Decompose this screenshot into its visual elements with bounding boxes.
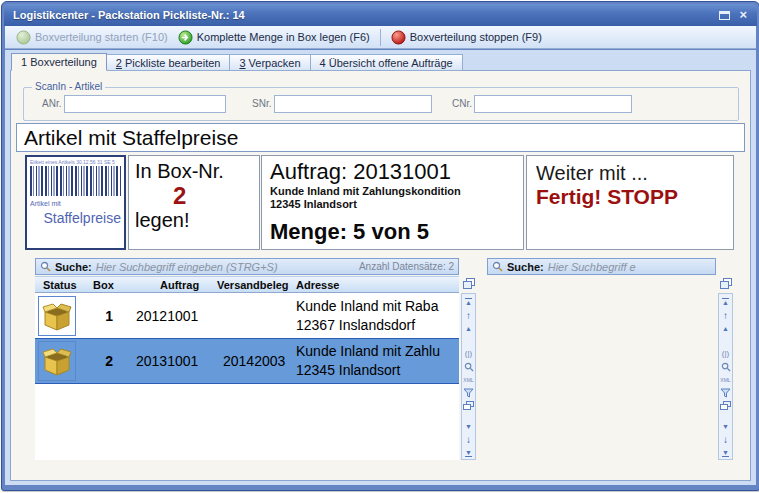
close-window-icon[interactable]: × — [739, 10, 747, 20]
adresse-line1: Kunde Inland mit Raba — [296, 297, 459, 316]
search-icon — [40, 261, 51, 272]
scroll-to-bottom-icon[interactable]: ▼ — [462, 446, 475, 459]
adresse-cell: Kunde Inland mit Zahlu 12345 Inlandsort — [296, 342, 459, 380]
restore-window-icon[interactable] — [719, 11, 730, 20]
layout-windows-icon[interactable] — [719, 399, 732, 412]
column-width-icon[interactable]: (|) — [719, 347, 732, 360]
start-boxverteilung-label: Boxverteilung starten (F10) — [35, 31, 168, 43]
box-list-search-input[interactable]: Suche: Hier Suchbegriff eingeben (STRG+S… — [35, 258, 459, 275]
green-arrow-icon — [178, 30, 193, 45]
step-up-icon[interactable]: ▲ — [462, 322, 475, 335]
xml-export-icon[interactable]: XML — [719, 373, 732, 386]
open-box-icon — [41, 345, 73, 377]
client-area: 1 Boxverteilung 2 Pickliste bearbeiten 3… — [5, 50, 756, 485]
copy-grid-button[interactable] — [718, 276, 733, 290]
filter-icon[interactable] — [462, 386, 475, 399]
box-instruction-line2: legen! — [135, 209, 253, 232]
stop-boxverteilung-label: Boxverteilung stoppen (F9) — [410, 31, 542, 43]
table-row[interactable]: 1 20121001 Kunde Inland mit Raba 12367 I… — [35, 293, 459, 338]
anr-input[interactable] — [64, 95, 226, 113]
tab-verpacken[interactable]: 3 Verpacken — [230, 54, 310, 71]
search-icon[interactable] — [719, 360, 732, 373]
page-up-icon[interactable]: ↑ — [462, 309, 475, 322]
page-down-icon[interactable]: ↓ — [462, 433, 475, 446]
window-controls: × — [719, 10, 757, 20]
tab-page-boxverteilung: ScanIn - Artikel ANr. SNr. CNr. Artikel … — [10, 70, 751, 481]
detail-list-side-toolbar: ▲ ↑ ▲ (|) XML — [718, 293, 733, 460]
label-article-line2: Staffelpreise — [30, 210, 121, 226]
next-step-panel: Weiter mit ... Fertig! STOPP — [526, 155, 734, 250]
box-list: 1 20121001 Kunde Inland mit Raba 12367 I… — [35, 293, 459, 460]
page-down-icon[interactable]: ↓ — [719, 433, 732, 446]
tab-boxverteilung[interactable]: 1 Boxverteilung — [11, 53, 107, 71]
scroll-to-bottom-icon[interactable]: ▼ — [719, 446, 732, 459]
box-list-side-toolbar: ▲ ↑ ▲ (|) XML — [461, 293, 476, 460]
column-width-icon[interactable]: (|) — [462, 347, 475, 360]
column-header-status[interactable]: Status — [35, 279, 79, 291]
adresse-cell: Kunde Inland mit Raba 12367 Inslandsdorf — [296, 297, 459, 335]
search-icon[interactable] — [462, 360, 475, 373]
status-cell — [35, 296, 79, 336]
copy-grid-button[interactable] — [461, 276, 476, 290]
scroll-to-top-icon[interactable]: ▲ — [462, 296, 475, 309]
label-header-text: Etikett eines Artikels 30.12.56 31 SE 5 — [30, 159, 121, 165]
komplette-menge-button[interactable]: Komplette Menge in Box legen (F6) — [173, 29, 375, 46]
next-step-line1: Weiter mit ... — [536, 162, 724, 185]
box-status-icon-frame — [38, 296, 76, 336]
tab-pickliste-bearbeiten[interactable]: 2 Pickliste bearbeiten — [107, 54, 231, 71]
step-down-icon[interactable]: ▼ — [719, 420, 732, 433]
box-number-cell: 2 — [79, 353, 130, 369]
tab-label: Übersicht offene Aufträge — [329, 57, 453, 69]
order-customer: Kunde Inland mit Zahlungskondition — [270, 185, 515, 198]
step-down-icon[interactable]: ▼ — [462, 420, 475, 433]
auftrag-cell: 20131001 — [130, 353, 217, 369]
anr-label: ANr. — [42, 98, 61, 109]
detail-list-search-input[interactable]: Suche: Hier Suchbegriff e — [487, 258, 716, 275]
order-city: 12345 Inlandsort — [270, 198, 515, 211]
label-article-line1: Artikel mit — [30, 200, 121, 207]
tab-number: 3 — [239, 57, 245, 69]
red-stop-icon — [391, 30, 406, 45]
auftrag-cell: 20121001 — [130, 308, 217, 324]
title-bar[interactable]: Logistikcenter - Packstation Pickliste-N… — [4, 4, 757, 26]
tab-number: 1 — [21, 56, 27, 68]
scroll-to-top-icon[interactable]: ▲ — [719, 296, 732, 309]
order-panel: Auftrag: 20131001 Kunde Inland mit Zahlu… — [261, 155, 524, 250]
article-title: Artikel mit Staffelpreise — [16, 123, 745, 152]
filter-icon[interactable] — [719, 386, 732, 399]
page-up-icon[interactable]: ↑ — [719, 309, 732, 322]
layout-windows-icon[interactable] — [462, 399, 475, 412]
versandbeleg-cell: 20142003 — [217, 353, 296, 369]
box-instruction-line1: In Box-Nr. — [135, 160, 253, 183]
box-number: 2 — [173, 183, 253, 209]
adresse-line1: Kunde Inland mit Zahlu — [296, 342, 459, 361]
order-number: Auftrag: 20131001 — [270, 159, 515, 185]
column-header-auftrag[interactable]: Auftrag — [130, 279, 217, 291]
start-circle-disabled-icon — [16, 30, 31, 45]
cnr-input[interactable] — [474, 95, 632, 113]
column-header-adresse[interactable]: Adresse — [296, 279, 459, 291]
app-window: Logistikcenter - Packstation Pickliste-N… — [1, 1, 759, 491]
step-up-icon[interactable]: ▲ — [719, 322, 732, 335]
tab-uebersicht-offene-auftraege[interactable]: 4 Übersicht offene Aufträge — [311, 54, 463, 71]
adresse-line2: 12345 Inlandsort — [296, 361, 459, 380]
scanin-group-title: ScanIn - Artikel — [32, 81, 105, 92]
tab-number: 2 — [116, 57, 122, 69]
cnr-label: CNr. — [452, 98, 472, 109]
snr-input[interactable] — [274, 95, 432, 113]
xml-export-icon[interactable]: XML — [462, 373, 475, 386]
start-boxverteilung-button[interactable]: Boxverteilung starten (F10) — [11, 29, 173, 46]
search-placeholder: Hier Suchbegriff eingeben (STRG+S) — [96, 261, 278, 273]
stop-boxverteilung-button[interactable]: Boxverteilung stoppen (F9) — [386, 29, 547, 46]
tab-label: Verpacken — [249, 57, 301, 69]
scanin-groupbox: ScanIn - Artikel ANr. SNr. CNr. — [23, 87, 739, 121]
target-box-panel: In Box-Nr. 2 legen! — [128, 155, 260, 250]
tab-bar: 1 Boxverteilung 2 Pickliste bearbeiten 3… — [11, 53, 463, 71]
status-cell — [35, 341, 79, 381]
column-header-versandbeleg[interactable]: Versandbeleg — [217, 279, 296, 291]
record-count: Anzahl Datensätze: 2 — [359, 261, 454, 272]
table-row-selected[interactable]: 2 20131001 20142003 Kunde Inland mit Zah… — [35, 338, 459, 384]
toolbar-separator — [380, 29, 381, 46]
column-header-box[interactable]: Box — [79, 279, 130, 291]
tab-label: Boxverteilung — [30, 56, 97, 68]
